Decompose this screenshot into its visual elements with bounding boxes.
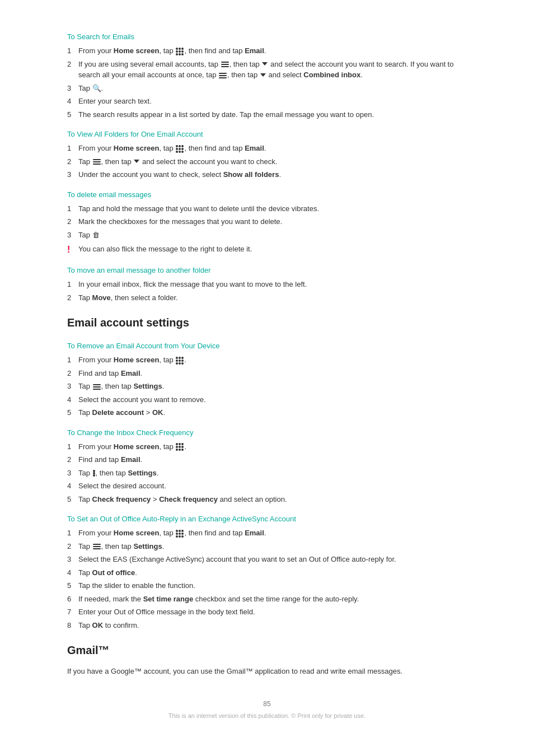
- delete-messages-steps: 1 Tap and hold the message that you want…: [67, 203, 467, 241]
- list-item: 2 Tap , then tap Settings.: [67, 541, 467, 552]
- remove-account-steps: 1 From your Home screen, tap . 2 Find an…: [67, 354, 467, 418]
- list-item: 5 Tap Delete account > OK.: [67, 407, 467, 418]
- gmail-title: Gmail™: [67, 644, 467, 659]
- move-message-title: To move an email message to another fold…: [67, 266, 467, 274]
- page-content: To Search for Emails 1 From your Home sc…: [67, 32, 467, 719]
- list-item: 1 From your Home screen, tap .: [67, 441, 467, 452]
- hamburger-icon: [93, 159, 101, 165]
- list-item: 2 Tap Move, then select a folder.: [67, 292, 467, 304]
- list-item: 7 Enter your Out of Office message in th…: [67, 606, 467, 618]
- list-item: 4 Select the account you want to remove.: [67, 394, 467, 405]
- list-item: 4 Select the desired account.: [67, 480, 467, 492]
- list-item: 1 From your Home screen, tap , then find…: [67, 143, 467, 154]
- apps-icon: [176, 145, 184, 153]
- dropdown-icon: [262, 62, 268, 66]
- view-folders-steps: 1 From your Home screen, tap , then find…: [67, 143, 467, 180]
- remove-account-title: To Remove an Email Account from Your Dev…: [67, 342, 467, 350]
- hamburger-icon-2: [219, 73, 227, 78]
- list-item: 3 Select the EAS (Exchange ActiveSync) a…: [67, 554, 467, 565]
- apps-icon: [176, 357, 184, 365]
- check-frequency-steps: 1 From your Home screen, tap . 2 Find an…: [67, 441, 467, 505]
- note-icon: !: [67, 244, 78, 256]
- hamburger-icon: [221, 62, 229, 67]
- list-item: 5 The search results appear in a list so…: [67, 109, 467, 120]
- out-of-office-steps: 1 From your Home screen, tap , then find…: [67, 528, 467, 631]
- list-item: 6 If needed, mark the Set time range che…: [67, 594, 467, 605]
- list-item: 4 Tap Out of office.: [67, 567, 467, 578]
- footer-legal: This is an internet version of this publ…: [67, 712, 467, 719]
- list-item: 4 Enter your search text.: [67, 96, 467, 107]
- hamburger-icon: [93, 384, 101, 390]
- out-of-office-section: To Set an Out of Office Auto-Reply in an…: [67, 515, 467, 631]
- search-emails-title: To Search for Emails: [67, 32, 467, 41]
- list-item: 5 Tap the slider to enable the function.: [67, 580, 467, 591]
- check-frequency-section: To Change the Inbox Check Frequency 1 Fr…: [67, 428, 467, 505]
- list-item: 2 Mark the checkboxes for the messages t…: [67, 216, 467, 227]
- gmail-section: Gmail™ If you have a Google™ account, yo…: [67, 644, 467, 678]
- delete-messages-title: To delete email messages: [67, 190, 467, 199]
- list-item: 3 Tap 🔍.: [67, 83, 467, 94]
- list-item: 2 Tap , then tap and select the account …: [67, 156, 467, 167]
- search-emails-steps: 1 From your Home screen, tap , then find…: [67, 45, 467, 120]
- list-item: 1 Tap and hold the message that you want…: [67, 203, 467, 214]
- delete-messages-section: To delete email messages 1 Tap and hold …: [67, 190, 467, 256]
- list-item: 2 If you are using several email account…: [67, 59, 467, 81]
- delete-note: ! You can also flick the message to the …: [67, 244, 467, 256]
- out-of-office-title: To Set an Out of Office Auto-Reply in an…: [67, 515, 467, 523]
- list-item: 1 In your email inbox, flick the message…: [67, 279, 467, 290]
- view-folders-section: To View All Folders for One Email Accoun…: [67, 130, 467, 180]
- apps-icon: [176, 443, 184, 451]
- list-item: 1 From your Home screen, tap .: [67, 354, 467, 366]
- email-settings-heading: Email account settings: [67, 316, 467, 332]
- more-dots-icon: [93, 470, 95, 477]
- list-item: 3 Tap , then tap Settings.: [67, 468, 467, 479]
- list-item: 2 Find and tap Email.: [67, 368, 467, 379]
- apps-icon: [176, 48, 184, 55]
- move-message-section: To move an email message to another fold…: [67, 266, 467, 303]
- list-item: 3 Under the account you want to check, s…: [67, 169, 467, 180]
- list-item: 5 Tap Check frequency > Check frequency …: [67, 494, 467, 505]
- list-item: 1 From your Home screen, tap , then find…: [67, 45, 467, 57]
- gmail-text: If you have a Google™ account, you can u…: [67, 666, 467, 678]
- note-text: You can also flick the message to the ri…: [78, 244, 252, 255]
- list-item: 1 From your Home screen, tap , then find…: [67, 528, 467, 539]
- list-item: 8 Tap OK to confirm.: [67, 620, 467, 631]
- list-item: 2 Find and tap Email.: [67, 454, 467, 465]
- search-emails-section: To Search for Emails 1 From your Home sc…: [67, 32, 467, 120]
- list-item: 3 Tap 🗑: [67, 230, 467, 241]
- remove-account-section: To Remove an Email Account from Your Dev…: [67, 342, 467, 418]
- move-message-steps: 1 In your email inbox, flick the message…: [67, 279, 467, 303]
- page-number: 85: [67, 700, 467, 708]
- check-frequency-title: To Change the Inbox Check Frequency: [67, 428, 467, 437]
- apps-icon: [176, 530, 184, 538]
- dropdown-icon-2: [260, 73, 266, 77]
- list-item: 3 Tap , then tap Settings.: [67, 381, 467, 392]
- dropdown-icon: [134, 160, 139, 163]
- view-folders-title: To View All Folders for One Email Accoun…: [67, 130, 467, 138]
- hamburger-icon: [93, 544, 101, 549]
